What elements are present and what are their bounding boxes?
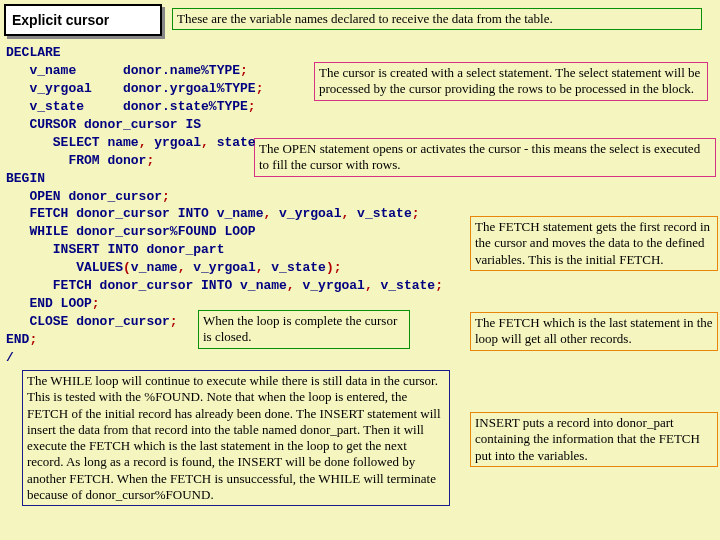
annot-while-loop: The WHILE loop will continue to execute … bbox=[22, 370, 450, 506]
code-punct: , bbox=[256, 260, 264, 275]
code-line: v_state bbox=[349, 206, 411, 221]
title-box: Explicit cursor bbox=[4, 4, 162, 36]
code-punct: ; bbox=[256, 81, 264, 96]
code-block: DECLARE v_name donor.name%TYPE; v_yrgoal… bbox=[6, 44, 443, 367]
code-punct: ; bbox=[92, 296, 100, 311]
code-punct: ; bbox=[29, 332, 37, 347]
code-line: OPEN donor_cursor bbox=[6, 189, 162, 204]
code-line: END LOOP bbox=[6, 296, 92, 311]
annot-insert-stmt: INSERT puts a record into donor_part con… bbox=[470, 412, 718, 467]
code-line: CURSOR donor_cursor IS bbox=[6, 117, 201, 132]
code-line: state bbox=[209, 135, 256, 150]
code-line: WHILE donor_cursor%FOUND LOOP bbox=[6, 224, 256, 239]
code-line: END bbox=[6, 332, 29, 347]
code-line: v_name donor.name%TYPE bbox=[6, 63, 240, 78]
code-punct: ; bbox=[240, 63, 248, 78]
code-line: v_name bbox=[131, 260, 178, 275]
code-line: / bbox=[6, 350, 14, 365]
code-line: BEGIN bbox=[6, 171, 45, 186]
code-line: v_yrgoal donor.yrgoal%TYPE bbox=[6, 81, 256, 96]
code-line: FETCH donor_cursor INTO v_name bbox=[6, 206, 263, 221]
code-line: v_yrgoal bbox=[295, 278, 365, 293]
code-punct: , bbox=[365, 278, 373, 293]
code-punct: ); bbox=[326, 260, 342, 275]
code-punct: ; bbox=[435, 278, 443, 293]
code-line: v_yrgoal bbox=[185, 260, 255, 275]
code-line: INSERT INTO donor_part bbox=[6, 242, 224, 257]
code-punct: ; bbox=[170, 314, 178, 329]
code-punct: ; bbox=[412, 206, 420, 221]
code-line: v_state donor.state%TYPE bbox=[6, 99, 248, 114]
code-punct: ( bbox=[123, 260, 131, 275]
annot-fetch-first: The FETCH statement gets the first recor… bbox=[470, 216, 718, 271]
annot-variable-names: These are the variable names declared to… bbox=[172, 8, 702, 30]
code-line: FROM donor bbox=[6, 153, 146, 168]
annot-fetch-last: The FETCH which is the last statement in… bbox=[470, 312, 718, 351]
code-line: v_state bbox=[373, 278, 435, 293]
title-text: Explicit cursor bbox=[12, 12, 109, 28]
code-punct: , bbox=[201, 135, 209, 150]
code-line: v_yrgoal bbox=[271, 206, 341, 221]
code-punct: , bbox=[287, 278, 295, 293]
code-line: CLOSE donor_cursor bbox=[6, 314, 170, 329]
code-line: SELECT name bbox=[6, 135, 139, 150]
code-line: v_state bbox=[264, 260, 326, 275]
code-line: FETCH donor_cursor INTO v_name bbox=[6, 278, 287, 293]
code-punct: ; bbox=[162, 189, 170, 204]
code-punct: ; bbox=[146, 153, 154, 168]
code-line: VALUES bbox=[6, 260, 123, 275]
code-line: DECLARE bbox=[6, 45, 61, 60]
code-punct: ; bbox=[248, 99, 256, 114]
code-line: yrgoal bbox=[146, 135, 201, 150]
